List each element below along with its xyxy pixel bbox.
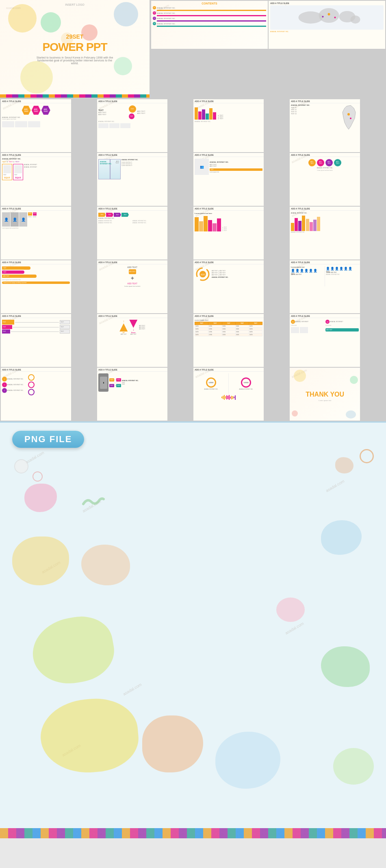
slide-thumb-4[interactable]: asadal.com ADD A TITLE SLIDE TEXT ADD TE… — [97, 99, 167, 152]
slide-thumb-12[interactable]: asadal.com ADD A TITLE SLIDE TEXT TEXT T… — [97, 207, 167, 260]
slide-thumb-9[interactable]: asadal.com ADD A TITLE SLIDE 👥 ASADAL IN… — [193, 153, 264, 206]
slide-24-title: ADD A TITLE SLIDE — [97, 368, 167, 372]
svg-point-3 — [351, 15, 360, 24]
slide-23-title: ADD A TITLE SLIDE — [1, 368, 71, 372]
slide-thumb-6[interactable]: asadal.com ADD A TITLE SLIDE ASADAL INTE… — [290, 99, 360, 152]
thank-you-text: THANK YOU — [306, 391, 344, 398]
cover-set-label: 29SET — [34, 33, 115, 40]
slide-thumb-24[interactable]: asadal.com ADD A TITLE SLIDE 📱 TEXT ► — [97, 368, 167, 421]
png-badge: PNG FILE — [12, 431, 84, 448]
slide-9-title: ADD A TITLE SLIDE — [193, 153, 264, 157]
slide-thumb-23[interactable]: asadal.com ADD A TITLE SLIDE ● ASADAL IN… — [1, 368, 71, 421]
svg-point-4 — [328, 13, 330, 15]
slide-thumb-5[interactable]: asadal.com ADD A TITLE SLIDE ► TEXT ► TE… — [193, 99, 264, 152]
content-item-3: 03 ASADAL INTERNET INC. — [153, 17, 266, 20]
page-wrapper: INSERT LOGO asadal.com 29SET POWER PPT S… — [0, 0, 386, 838]
cover-watermark-tl: asadal.com — [6, 3, 21, 11]
slide-11-title: ADD A TITLE SLIDE — [1, 207, 71, 211]
svg-point-8 — [350, 118, 351, 119]
slide-19-title: ADD A TITLE SLIDE — [1, 314, 71, 318]
slide-thumb-16[interactable]: asadal.com ADD A TITLE SLIDE ADD TEXT AD… — [97, 260, 167, 313]
paint-blob-yellow-main — [28, 611, 119, 689]
slide-thumb-8[interactable]: asadal.com ADD A TITLE SLIDE ASADALINTER… — [97, 153, 167, 206]
paint-blob-green-main — [321, 646, 370, 687]
slide-thumb-18[interactable]: asadal.com ADD A TITLE SLIDE Lorem ipsum… — [290, 260, 360, 313]
slide-thumb-20[interactable]: asadal.com ADD A TITLE SLIDE ↑ UP ADD TE… — [97, 314, 167, 367]
cover-subtitle: Started to business in Seoul Korea in Fe… — [34, 56, 115, 65]
content-item-1: 01 ASADAL INTERNET INC. — [153, 6, 266, 9]
paint-blob-orange-outline — [360, 449, 374, 463]
wm-1: asadal.com — [25, 450, 45, 465]
cover-slide[interactable]: INSERT LOGO asadal.com 29SET POWER PPT S… — [0, 0, 150, 98]
paint-blob-yellow-lg — [12, 537, 69, 585]
svg-point-5 — [334, 17, 336, 18]
slide-thumb-19[interactable]: asadal.com ADD A TITLE SLIDE TEXT TEXT T… — [1, 314, 71, 367]
slide-4-title: ADD A TITLE SLIDE — [97, 99, 167, 103]
green-squiggle — [81, 496, 106, 508]
paint-blob-blue-md — [321, 520, 362, 555]
slide-thumb-world-map[interactable]: asadal.com ADD A TITLE SLIDE — [269, 1, 385, 49]
slide-25-title: ADD A TITLE SLIDE — [193, 368, 264, 372]
wm-6: asadal.com — [122, 682, 143, 696]
slide-thumb-25[interactable]: asadal.com ADD A TITLE SLIDE LOGO ASADAL… — [193, 368, 264, 421]
svg-point-13 — [28, 382, 34, 388]
content-item-2: 02 ASADAL INTERNET INC. — [153, 11, 266, 15]
slide-12-title: ADD A TITLE SLIDE — [97, 207, 167, 211]
slide-thumb-13[interactable]: asadal.com ADD A TITLE SLIDE Lorem ipsum… — [193, 207, 264, 260]
slide-thumb-15[interactable]: asadal.com ADD A TITLE SLIDE TEXT TEXT A… — [1, 260, 71, 313]
slide-thumb-14[interactable]: asadal.com ADD A TITLE SLIDE ASADAL INTE… — [290, 207, 360, 260]
slide-13-title: ADD A TITLE SLIDE — [193, 207, 264, 211]
paint-blob-orange-sm — [335, 457, 353, 473]
slide-18-title: ADD A TITLE SLIDE — [290, 260, 360, 264]
slide-3-title: ADD A TITLE SLIDE — [1, 99, 71, 103]
svg-point-7 — [347, 113, 350, 116]
wm-5: asadal.com — [284, 621, 305, 635]
cover-main-title: POWER PPT — [34, 41, 115, 54]
paint-blob-pink-lg — [24, 484, 57, 512]
contents-title: CONTENTS — [153, 2, 266, 5]
slide-8-title: ADD A TITLE SLIDE — [97, 153, 167, 157]
slide-15-title: ADD A TITLE SLIDE — [1, 260, 71, 264]
svg-point-14 — [28, 389, 34, 395]
slide-thumb-26[interactable]: asadal.com THANK YOU Lorem ipsum text — [290, 368, 360, 421]
watercolor-blob-6 — [114, 57, 132, 75]
slide-10-title: ADD A TITLE SLIDE — [290, 153, 360, 157]
slide-thumb-contents[interactable]: asadal.com CONTENTS 01 ASADAL INTERNET I… — [151, 1, 268, 49]
slide-6-title: ADD A TITLE SLIDE — [290, 99, 360, 103]
slide-thumb-3[interactable]: asadal.com ADD A TITLE SLIDE ADDTEXT ADD… — [1, 99, 71, 152]
paint-blob-pink-outline — [33, 471, 43, 482]
slide-14-title: ADD A TITLE SLIDE — [290, 207, 360, 211]
top-section: INSERT LOGO asadal.com 29SET POWER PPT S… — [0, 0, 386, 98]
bottom-strip — [0, 828, 386, 838]
paint-blob-peach-lg — [81, 545, 130, 585]
slide-7-title: ADD A TITLE SLIDE — [1, 153, 71, 157]
paint-blob-circle-outline — [14, 459, 28, 473]
slides-grid-main: asadal.com ADD A TITLE SLIDE ADDTEXT ADD… — [0, 98, 386, 421]
world-map-title: ADD A TITLE SLIDE — [270, 2, 384, 4]
slide-thumb-22[interactable]: asadal.com ADD A TITLE SLIDE 01 ASADAL I… — [290, 314, 360, 367]
slide-thumb-11[interactable]: asadal.com ADD A TITLE SLIDE 👤 👤 👤 TEXT … — [1, 207, 71, 260]
paint-blob-lightgreen — [333, 748, 374, 785]
world-map-svg — [270, 5, 384, 30]
slide-thumb-17[interactable]: asadal.com ADD A TITLE SLIDE ADD ADD TEX… — [193, 260, 264, 313]
cover-bottom-strip — [0, 94, 150, 98]
paint-blob-lemon-xl — [38, 695, 141, 776]
paint-blob-skyblue — [215, 732, 280, 789]
korea-map-svg — [338, 104, 359, 131]
slide-thumb-7[interactable]: asadal.com ADD A TITLE SLIDE ASADAL INTE… — [1, 153, 71, 206]
wm-4: asadal.com — [325, 479, 345, 493]
top-right-slides: asadal.com CONTENTS 01 ASADAL INTERNET I… — [150, 0, 386, 98]
watercolor-blob-2 — [41, 12, 61, 33]
watercolor-blob-4 — [114, 2, 138, 26]
svg-text:ADD: ADD — [201, 273, 205, 276]
slide-5-title: ADD A TITLE SLIDE — [193, 99, 264, 103]
slide-thumb-21[interactable]: asadal.com ADD A TITLE SLIDE CLICK TO AD… — [193, 314, 264, 367]
svg-point-6 — [322, 16, 324, 17]
slide-17-title: ADD A TITLE SLIDE — [193, 260, 264, 264]
paint-blob-orange-lg — [142, 715, 203, 772]
circle-flow-svg — [24, 373, 39, 396]
paint-blob-pink-mid — [276, 598, 305, 622]
slide-thumb-10[interactable]: asadal.com ADD A TITLE SLIDE ADDTEXT ADD… — [290, 153, 360, 206]
svg-point-12 — [28, 375, 34, 380]
slide-16-title: ADD A TITLE SLIDE — [97, 260, 167, 264]
